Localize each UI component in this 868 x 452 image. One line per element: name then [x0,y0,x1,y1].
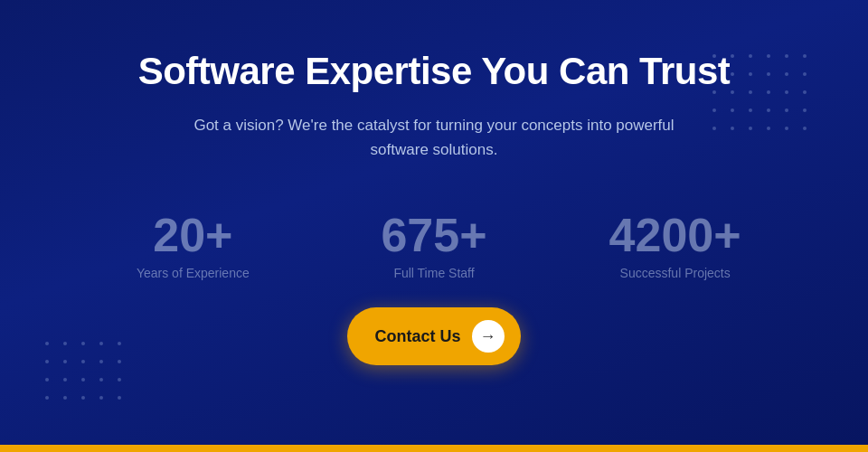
bottom-gold-bar [0,445,868,452]
stat-label-projects: Successful Projects [620,266,731,280]
stat-item-experience: 20+ Years of Experience [93,212,292,280]
hero-title: Software Expertise You Can Trust [138,50,731,93]
stat-number-projects: 4200+ [609,212,741,259]
stat-number-experience: 20+ [153,212,232,259]
stat-label-experience: Years of Experience [137,266,250,280]
stat-item-staff: 675+ Full Time Staff [335,212,533,280]
stat-item-projects: 4200+ Successful Projects [576,212,775,280]
stat-label-staff: Full Time Staff [393,266,474,280]
stats-row: 20+ Years of Experience 675+ Full Time S… [72,212,796,280]
hero-subtitle: Got a vision? We're the catalyst for tur… [181,113,687,162]
content-area: Software Expertise You Can Trust Got a v… [0,0,868,365]
contact-button-label: Contact Us [374,327,460,346]
cta-area: Contact Us → [0,307,868,365]
page-container: Software Expertise You Can Trust Got a v… [0,0,868,452]
contact-us-button[interactable]: Contact Us → [347,307,520,365]
contact-button-arrow-icon: → [472,320,505,353]
stat-number-staff: 675+ [381,212,486,259]
